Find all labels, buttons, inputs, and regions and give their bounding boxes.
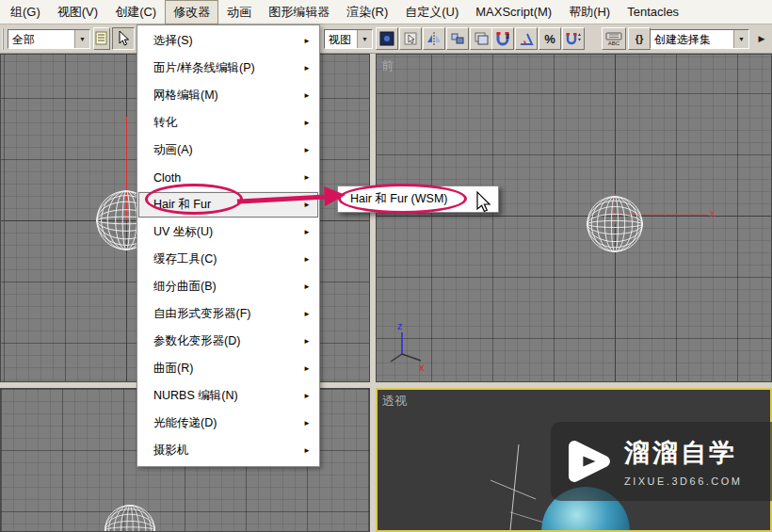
select-and-manipulate-button[interactable] [399, 27, 422, 50]
submenu-arrow-icon: ► [303, 282, 311, 291]
overflow-arrow-icon: ▶ [759, 34, 765, 43]
submenu-arrow-icon: ► [303, 173, 311, 182]
angle-snap-icon [518, 30, 535, 47]
sphere-object[interactable] [104, 504, 156, 532]
use-pivot-center-button[interactable] [376, 27, 398, 50]
menubar-item-group[interactable]: 组(G) [2, 0, 49, 24]
named-selection-set-combo[interactable]: 创建选择集 ▼ [650, 29, 749, 49]
toolbar-grip[interactable] [2, 28, 6, 50]
menu-item-nurbs-editing[interactable]: NURBS 编辑(N) ► [137, 382, 319, 410]
viewport-perspective-label[interactable]: 透视 [382, 393, 407, 410]
magnet-3-icon: 3 [494, 30, 511, 47]
x-axis-label: x [710, 207, 716, 218]
name-list-icon [95, 31, 108, 46]
keyboard-icon [605, 32, 622, 40]
menu-item-radiosity[interactable]: 光能传递(D) ► [137, 410, 319, 437]
menubar-item-create[interactable]: 创建(C) [106, 0, 165, 24]
submenu-arrow-icon: ► [303, 310, 311, 318]
menu-bar: 组(G) 视图(V) 创建(C) 修改器 动画 图形编辑器 渲染(R) 自定义(… [0, 0, 772, 24]
percent-snap-button[interactable]: % [539, 27, 561, 50]
keyboard-abc-label: ABC [608, 40, 619, 46]
align-icon [450, 31, 465, 46]
align-button[interactable] [446, 27, 469, 50]
submenu-arrow-icon: ► [303, 64, 311, 73]
submenu-arrow-icon: ► [303, 364, 311, 373]
selection-filter-combo[interactable]: 全部 ▼ [8, 29, 90, 49]
submenu-arrow-icon: ► [303, 255, 311, 264]
menubar-item-graph-editors[interactable]: 图形编辑器 [260, 0, 338, 24]
named-selection-set-value: 创建选择集 [651, 30, 733, 48]
submenu-arrow-icon: ► [303, 119, 311, 127]
reference-coordinate-value: 视图 [325, 30, 357, 48]
3dsmax-window: 组(G) 视图(V) 创建(C) 修改器 动画 图形编辑器 渲染(R) 自定义(… [0, 0, 772, 532]
menu-item-patch-spline-editing[interactable]: 面片/样条线编辑(P) ► [137, 55, 319, 82]
chevron-down-icon: ▼ [357, 30, 372, 48]
menubar-item-modifiers[interactable]: 修改器 [165, 0, 218, 24]
select-by-name-button[interactable] [93, 27, 110, 50]
menubar-item-rendering[interactable]: 渲染(R) [338, 0, 396, 24]
spinner-snap-button[interactable] [562, 27, 585, 50]
submenu-arrow-icon: ► [303, 446, 311, 455]
submenu-arrow-icon: ► [303, 201, 311, 209]
menu-item-cameras[interactable]: 摄影机 ► [137, 437, 319, 464]
menu-item-cloth[interactable]: Cloth ► [137, 164, 319, 191]
mirror-button[interactable] [423, 27, 445, 50]
menubar-item-views[interactable]: 视图(V) [49, 0, 106, 24]
angle-snap-button[interactable] [515, 27, 538, 50]
menu-item-mesh-editing[interactable]: 网格编辑(M) ► [137, 82, 319, 109]
menu-item-free-form-deformers[interactable]: 自由形式变形器(F) ► [137, 300, 319, 328]
menubar-item-help[interactable]: 帮助(H) [560, 0, 619, 24]
pivot-center-icon [379, 31, 394, 46]
toolbar-overflow-arrow[interactable]: ▶ [754, 27, 769, 50]
menu-item-conversion[interactable]: 转化 ► [137, 109, 319, 137]
reference-coordinate-combo[interactable]: 视图 ▼ [324, 29, 373, 49]
menu-item-subdivision-surfaces[interactable]: 细分曲面(B) ► [137, 273, 319, 300]
manipulate-icon [403, 31, 418, 46]
menu-item-uv-coordinates[interactable]: UV 坐标(U) ► [137, 218, 319, 246]
sphere-object[interactable] [586, 195, 644, 253]
menu-item-surface[interactable]: 曲面(R) ► [137, 355, 319, 382]
submenu-arrow-icon: ► [303, 228, 311, 236]
submenu-arrow-icon: ► [303, 37, 311, 45]
submenu-arrow-icon: ► [303, 392, 311, 400]
menu-item-animation[interactable]: 动画(A) ► [137, 137, 319, 164]
select-object-button[interactable] [112, 27, 135, 50]
layer-manager-button[interactable] [470, 27, 492, 50]
tripod-z-label: z [397, 320, 403, 331]
main-toolbar: 全部 ▼ 视图 ▼ [0, 24, 772, 54]
edit-named-selections-button[interactable]: {} [628, 27, 651, 50]
menu-item-parametric-deformers[interactable]: 参数化变形器(D) ► [137, 328, 319, 355]
spinner-snap-icon [565, 30, 582, 47]
viewport-front[interactable]: 前 x z x [376, 54, 772, 382]
axis-tripod: z x [388, 320, 431, 371]
select-cursor-icon [116, 30, 131, 47]
submenu-arrow-icon: ► [303, 419, 311, 427]
watermark: 溜溜自学 ZIXUE.3D66.COM [551, 422, 772, 501]
menubar-item-tentacles[interactable]: Tentacles [619, 1, 687, 23]
watermark-title: 溜溜自学 [624, 436, 742, 470]
svg-text:3: 3 [506, 33, 509, 40]
submenu-arrow-icon: ► [303, 337, 311, 346]
layers-icon [474, 31, 489, 46]
play-logo-icon [562, 435, 615, 488]
keyboard-override-button[interactable]: ABC [602, 27, 626, 50]
viewport-front-label[interactable]: 前 [381, 57, 394, 74]
chevron-down-icon: ▼ [733, 30, 748, 48]
snap-toggle-3d-button[interactable]: 3 [491, 27, 514, 50]
named-sets-icon: {} [635, 33, 644, 44]
modifiers-menu: 选择(S) ► 面片/样条线编辑(P) ► 网格编辑(M) ► 转化 ► 动画(… [137, 24, 320, 467]
menubar-item-animation[interactable]: 动画 [218, 0, 260, 24]
mirror-icon [426, 31, 442, 46]
menu-item-hair-and-fur-wsm[interactable]: Hair 和 Fur (WSM) [338, 186, 498, 212]
selection-filter-value: 全部 [8, 30, 74, 48]
submenu-arrow-icon: ► [303, 146, 311, 154]
tripod-x-label: x [419, 362, 425, 371]
menubar-item-customize[interactable]: 自定义(U) [396, 0, 467, 24]
chevron-down-icon: ▼ [74, 30, 89, 48]
menubar-item-maxscript[interactable]: MAXScript(M) [467, 1, 560, 23]
menu-item-selection[interactable]: 选择(S) ► [137, 27, 319, 55]
menu-item-cache-tools[interactable]: 缓存工具(C) ► [137, 246, 319, 273]
hair-fur-submenu: Hair 和 Fur (WSM) [337, 185, 499, 213]
percent-icon: % [544, 32, 555, 46]
menu-item-hair-and-fur[interactable]: Hair 和 Fur ► [137, 191, 319, 218]
